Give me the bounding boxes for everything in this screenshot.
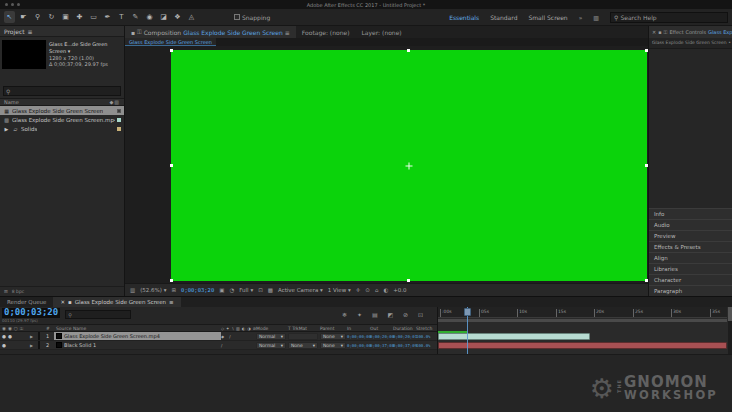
trkmat-dropdown[interactable]: None▾ — [287, 342, 319, 349]
timeline-view-options[interactable]: ❄ ✦ ▤ ◩ ⊘ ⊡ — [342, 308, 435, 318]
workspace-standard[interactable]: Standard — [490, 14, 517, 21]
brush-tool-icon[interactable]: ✎ — [130, 11, 141, 23]
out-value[interactable]: 0;00;37;08 — [370, 343, 393, 348]
pixel-aspect-icon[interactable]: ✛ — [356, 287, 361, 293]
stretch-header[interactable]: Stretch — [416, 326, 437, 331]
playhead-handle[interactable] — [464, 308, 471, 316]
help-search[interactable]: ⚲ Search Help — [610, 12, 728, 23]
label-color-chip[interactable] — [117, 127, 121, 131]
source-name-header[interactable]: Source Name — [54, 325, 221, 331]
panel-menu-icon[interactable]: ≡ — [169, 299, 174, 305]
work-area-bar[interactable] — [438, 318, 727, 323]
monitor-icon[interactable]: ▥ — [593, 14, 599, 21]
footage-tab[interactable]: Footage: (none) — [296, 26, 356, 38]
in-value[interactable]: 0;00;00;00 — [347, 334, 370, 339]
parent-header[interactable]: Parent — [319, 326, 347, 331]
grid-icon[interactable]: ⊞ — [4, 289, 8, 294]
layer-label-chip[interactable] — [38, 342, 46, 348]
twirl-icon[interactable]: ▶ — [30, 334, 38, 339]
label-color-chip[interactable] — [117, 109, 121, 113]
timeline-track-area[interactable]: :00s 05s 10s 15s 20s 25s 30s 35s — [437, 307, 732, 354]
transparency-grid-icon[interactable]: ▩ — [268, 287, 273, 293]
panel-tab-info[interactable]: Info — [649, 208, 732, 219]
panel-tab-audio[interactable]: Audio — [649, 219, 732, 230]
effect-controls-tab[interactable]: ✕ ▪ ⚿ Effect Controls Glass Expl — [649, 26, 732, 38]
duration-header[interactable]: Duration — [393, 326, 416, 331]
snapping-control[interactable]: Snapping — [234, 14, 270, 21]
time-ruler[interactable]: :00s 05s 10s 15s 20s 25s 30s 35s — [438, 307, 727, 318]
panel-tab-preview[interactable]: Preview — [649, 230, 732, 241]
stretch-value[interactable]: 100.0% — [416, 343, 437, 348]
rotation-tool-icon[interactable]: ↻ — [46, 11, 57, 23]
panel-tab-libraries[interactable]: Libraries — [649, 263, 732, 274]
close-icon[interactable]: ✕ — [60, 299, 65, 305]
composition-viewer[interactable] — [125, 46, 648, 283]
panel-tab-align[interactable]: Align — [649, 252, 732, 263]
show-channel-icon[interactable]: ◔ — [229, 287, 234, 293]
mask-tool-icon[interactable]: ▭ — [88, 11, 99, 23]
panel-tab-character[interactable]: Character — [649, 274, 732, 285]
exposure-value[interactable]: +0.0 — [393, 287, 406, 293]
timeline-comp-tab[interactable]: ✕ ▪ Glass Explode Side Green Screen ≡ — [53, 297, 180, 307]
in-header[interactable]: In — [347, 326, 370, 331]
pen-tool-icon[interactable]: ✒ — [102, 11, 113, 23]
mode-dropdown[interactable]: Normal▾ — [255, 333, 287, 340]
layer-bar-footage[interactable] — [438, 333, 590, 340]
zoom-tool-icon[interactable]: ⚲ — [32, 11, 43, 23]
panel-menu-icon[interactable]: ≡ — [285, 29, 290, 36]
layer-source-name[interactable]: Glass Explode Side Green Screen.mp4 — [54, 332, 221, 340]
region-of-interest-icon[interactable]: ⊡ — [258, 287, 263, 293]
mode-header[interactable]: Mode — [255, 326, 287, 331]
roto-brush-tool-icon[interactable]: ❖ — [172, 11, 183, 23]
in-value[interactable]: 0;00;00;00 — [347, 343, 370, 348]
lock-icon[interactable]: ⚿ — [137, 28, 142, 36]
view-layout-dropdown[interactable]: 1 View ▾ — [328, 287, 351, 293]
green-screen-layer[interactable] — [171, 50, 647, 281]
layer-label-chip[interactable] — [38, 333, 46, 339]
selection-handle[interactable] — [645, 49, 648, 52]
exposure-reset-icon[interactable]: ◐ — [383, 287, 388, 293]
twirl-icon[interactable]: ▶ — [3, 126, 10, 132]
workspace-essentials[interactable]: Essentials — [449, 14, 479, 21]
layer-switches[interactable]: ∕ — [221, 343, 255, 348]
duration-value[interactable]: 0;00;20;01 — [393, 334, 416, 339]
twirl-icon[interactable]: ▶ — [30, 343, 38, 348]
label-color-chip[interactable] — [117, 118, 121, 122]
project-item-composition[interactable]: ▦ Glass Explode Side Green Screen — [0, 106, 124, 115]
layer-bar-solid[interactable] — [438, 342, 727, 349]
minimize-window-icon[interactable] — [11, 3, 14, 6]
hand-tool-icon[interactable]: ☛ — [18, 11, 29, 23]
project-tab[interactable]: Project ≡ — [0, 26, 124, 37]
panel-tab-paragraph[interactable]: Paragraph — [649, 285, 732, 296]
selection-handle[interactable] — [645, 164, 648, 167]
snapshot-icon[interactable]: ▣ — [219, 287, 224, 293]
panel-tab-effects-presets[interactable]: Effects & Presets — [649, 241, 732, 252]
close-icon[interactable]: ✕ — [652, 29, 656, 35]
workspace-overflow-icon[interactable]: » — [579, 14, 583, 21]
scrollbar-thumb[interactable] — [728, 307, 732, 321]
workspace-small-screen[interactable]: Small Screen — [528, 14, 567, 21]
out-header[interactable]: Out — [370, 326, 393, 331]
render-queue-tab[interactable]: Render Queue — [0, 297, 53, 307]
av-switches[interactable]: ● — [0, 343, 30, 348]
project-item-solids[interactable]: ▶ ▱ Solids — [0, 124, 124, 133]
footage-name[interactable]: Glass E...de Side Green Screen ▾ — [49, 41, 122, 55]
selection-handle[interactable] — [170, 279, 173, 282]
layer-columns-header[interactable]: ◉◉○⚿ # Source Name ◇✦∖▥◐◑⊘ Mode T TrkMat… — [0, 324, 437, 332]
fast-preview-icon[interactable]: ⊙ — [365, 287, 370, 293]
viewer-timecode[interactable]: 0;00;03;20 — [181, 287, 214, 293]
av-switches[interactable]: ●● — [0, 334, 30, 339]
stretch-value[interactable]: 100.0% — [416, 334, 437, 339]
timeline-search-input[interactable]: ⚲ — [65, 310, 131, 319]
camera-dropdown[interactable]: Active Camera ▾ — [278, 287, 323, 293]
selection-handle[interactable] — [407, 279, 410, 282]
clone-stamp-tool-icon[interactable]: ◉ — [144, 11, 155, 23]
parent-dropdown[interactable]: None▾ — [319, 333, 347, 340]
viewer-subtab[interactable]: Glass Explode Side Green Screen — [125, 38, 216, 46]
layer-source-name[interactable]: Black Solid 1 — [54, 341, 221, 349]
panel-menu-icon[interactable]: ≡ — [28, 28, 33, 35]
parent-dropdown[interactable]: None▾ — [319, 342, 347, 349]
trkmat-header[interactable]: T TrkMat — [287, 326, 319, 331]
mode-dropdown[interactable]: Normal▾ — [255, 342, 287, 349]
resolution-dropdown[interactable]: Full ▾ — [239, 287, 253, 293]
